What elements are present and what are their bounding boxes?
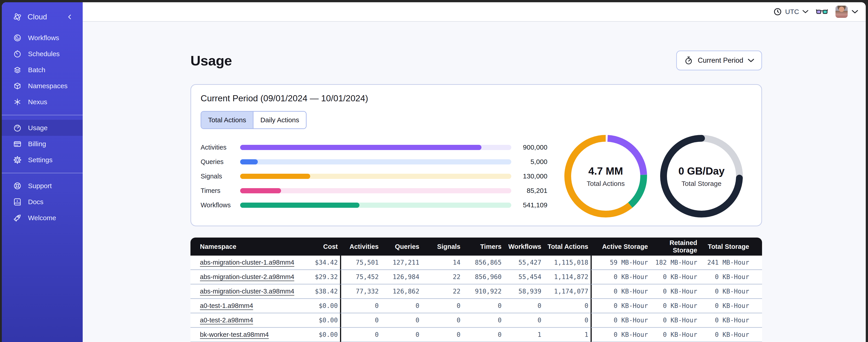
cell-active-storage: 59 MB-Hour xyxy=(591,255,650,270)
sidebar-item-workflows[interactable]: Workflows xyxy=(2,30,83,46)
timezone-selector[interactable]: UTC xyxy=(774,8,808,16)
cell-filler xyxy=(751,328,762,342)
sidebar-nav: WorkflowsSchedulesBatchNamespacesNexusUs… xyxy=(2,30,83,226)
cell-cost: $0.00 xyxy=(299,299,340,313)
cell-queries: 0 xyxy=(381,328,422,342)
namespace-link[interactable]: a0-test-1.a98mm4 xyxy=(200,302,253,309)
usage-table-wrap: NamespaceCostActivitiesQueriesSignalsTim… xyxy=(190,238,762,342)
chevron-left-icon[interactable] xyxy=(65,12,74,22)
table-row: abs-migration-cluster-1.a98mm4$34.4275,5… xyxy=(190,255,762,270)
tab-daily-actions[interactable]: Daily Actions xyxy=(253,112,306,128)
namespace-link[interactable]: bk-worker-test.a98mm4 xyxy=(200,331,269,338)
cell-timers: 856,865 xyxy=(463,255,504,270)
cell-workflows: 1 xyxy=(504,328,544,342)
bar-fill xyxy=(240,159,258,165)
tab-total-actions[interactable]: Total Actions xyxy=(201,112,253,128)
gear-icon xyxy=(13,155,22,165)
cell-signals: 14 xyxy=(422,255,463,270)
cell-queries: 126,984 xyxy=(381,270,422,284)
sidebar-item-schedules[interactable]: Schedules xyxy=(2,46,83,62)
bar-value: 541,109 xyxy=(511,201,548,209)
cell-timers: 856,960 xyxy=(463,270,504,284)
bar-track xyxy=(240,203,511,208)
cell-total-actions: 1,115,018 xyxy=(544,255,591,270)
sidebar-item-support[interactable]: Support xyxy=(2,178,83,194)
table-row: a0-test-1.a98mm4$0.000000000 KB-Hour0 KB… xyxy=(190,299,762,313)
cell-workflows: 58,939 xyxy=(504,284,544,299)
cell-signals: 0 xyxy=(422,313,463,328)
sidebar-item-namespaces[interactable]: Namespaces xyxy=(2,78,83,94)
actions-view-toggle: Total ActionsDaily Actions xyxy=(200,111,307,129)
sidebar-item-batch[interactable]: Batch xyxy=(2,62,83,78)
donut-value: 0 GB/Day xyxy=(678,165,725,177)
cell-active-storage: 0 KB-Hour xyxy=(591,299,650,313)
cell-activities: 0 xyxy=(340,299,381,313)
cell-total-actions: 1 xyxy=(544,328,591,342)
sidebar-divider xyxy=(2,173,83,173)
bar-track xyxy=(240,159,511,165)
cell-active-storage: 0 KB-Hour xyxy=(591,284,650,299)
sidebar-item-billing[interactable]: Billing xyxy=(2,136,83,152)
namespace-link[interactable]: abs-migration-cluster-2.a98mm4 xyxy=(200,273,294,280)
sidebar-item-docs[interactable]: Docs xyxy=(2,194,83,210)
bar-fill xyxy=(240,188,281,193)
cell-total-storage: 0 KB-Hour xyxy=(700,299,751,313)
donut-label: Total Actions xyxy=(587,180,625,187)
namespace-link[interactable]: a0-test-2.a98mm4 xyxy=(200,316,253,324)
donut-value: 4.7 MM xyxy=(588,165,623,177)
sidebar-item-label: Workflows xyxy=(28,34,59,42)
main-column: UTC xyxy=(83,2,866,342)
column-header-workflows: Workflows xyxy=(504,238,544,255)
cell-total-actions: 1,174,077 xyxy=(544,284,591,299)
column-header-retained-storage: Retained Storage xyxy=(650,238,700,255)
cell-activities: 75,452 xyxy=(340,270,381,284)
namespaces-icon xyxy=(13,81,22,91)
sidebar-item-welcome[interactable]: Welcome xyxy=(2,210,83,226)
lifebuoy-icon xyxy=(13,181,22,191)
feedback-glasses-button[interactable] xyxy=(816,8,828,15)
bar-value: 85,201 xyxy=(511,187,548,195)
cell-filler xyxy=(751,299,762,313)
cell-total-actions: 0 xyxy=(544,299,591,313)
credit-card-icon xyxy=(13,139,22,149)
cell-queries: 126,862 xyxy=(381,284,422,299)
bar-value: 900,000 xyxy=(511,143,548,151)
namespace-link[interactable]: abs-migration-cluster-1.a98mm4 xyxy=(200,259,294,266)
account-menu-button[interactable] xyxy=(835,6,858,18)
column-header-namespace: Namespace xyxy=(190,238,299,255)
sidebar-item-nexus[interactable]: Nexus xyxy=(2,94,83,110)
cell-filler xyxy=(751,284,762,299)
namespace-link[interactable]: abs-migration-cluster-3.a98mm4 xyxy=(200,287,294,295)
cell-workflows: 0 xyxy=(504,299,544,313)
sidebar-item-usage[interactable]: Usage xyxy=(2,120,83,136)
topbar: UTC xyxy=(83,2,866,22)
period-selector-button[interactable]: Current Period xyxy=(676,50,762,70)
cell-cost: $34.42 xyxy=(299,255,340,270)
namespace-cell: abs-migration-cluster-2.a98mm4 xyxy=(190,270,299,284)
column-header-cost: Cost xyxy=(299,238,340,255)
cell-filler xyxy=(751,313,762,328)
schedules-icon xyxy=(13,49,22,59)
usage-bars: Activities900,000Queries5,000Signals130,… xyxy=(200,140,548,212)
bar-label: Workflows xyxy=(200,201,240,209)
sidebar-brand: Cloud xyxy=(2,7,83,27)
user-avatar xyxy=(835,6,848,18)
usage-bar-row: Signals130,000 xyxy=(200,169,548,183)
bar-track xyxy=(240,188,511,193)
sidebar-item-label: Support xyxy=(28,182,52,190)
sidebar-item-label: Usage xyxy=(28,124,48,132)
sidebar-item-label: Namespaces xyxy=(28,82,67,90)
usage-bar-row: Timers85,201 xyxy=(200,183,548,198)
column-header-filler xyxy=(751,238,762,255)
cell-activities: 0 xyxy=(340,313,381,328)
card-title: Current Period (09/01/2024 — 10/01/2024) xyxy=(200,93,752,103)
bar-track xyxy=(240,145,511,150)
workflows-icon xyxy=(13,33,22,43)
bar-value: 130,000 xyxy=(511,172,548,180)
sidebar-item-label: Billing xyxy=(28,140,46,148)
table-row: abs-migration-cluster-2.a98mm4$29.3275,4… xyxy=(190,270,762,284)
usage-table: NamespaceCostActivitiesQueriesSignalsTim… xyxy=(190,238,762,342)
content-area: Usage Current Period Current Period (09/… xyxy=(83,22,866,342)
sidebar-item-settings[interactable]: Settings xyxy=(2,152,83,168)
cell-total-actions: 1,114,872 xyxy=(544,270,591,284)
